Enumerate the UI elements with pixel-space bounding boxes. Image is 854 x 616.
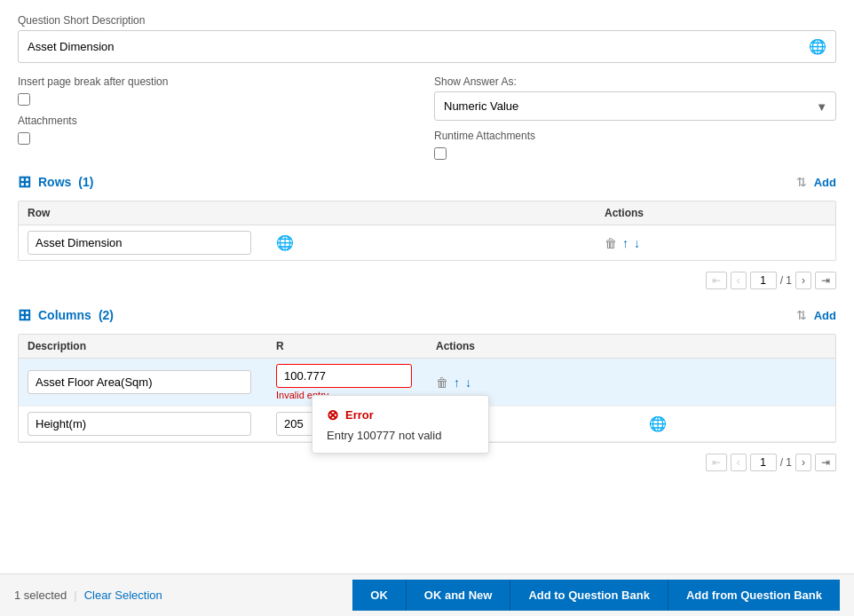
cols-row2-desc-input[interactable]	[28, 412, 251, 436]
runtime-attachments-checkbox[interactable]	[434, 147, 447, 160]
cols-prev-page-btn[interactable]: ‹	[731, 454, 747, 471]
columns-add-button[interactable]: Add	[814, 309, 836, 322]
cols-col-actions: Actions	[436, 340, 649, 352]
rows-pagination: ⇤ ‹ / 1 › ⇥	[18, 268, 836, 293]
cols-row1-desc-input[interactable]	[28, 370, 251, 394]
show-answer-as-select-wrapper: Numeric Value ▼	[434, 91, 836, 121]
error-tooltip-header: ⊗ Error	[327, 407, 474, 423]
selected-count: 1 selected	[14, 588, 67, 602]
main-container: Question Short Description 🌐 Insert page…	[0, 0, 854, 616]
rows-col-row: Row	[28, 207, 276, 219]
question-short-desc-label: Question Short Description	[18, 14, 836, 27]
cols-row1-delete-icon[interactable]: 🗑	[436, 375, 448, 390]
rows-table: Row Actions 🌐 🗑 ↑ ↓	[18, 201, 836, 261]
add-to-question-bank-button[interactable]: Add to Question Bank	[510, 580, 668, 611]
rows-delete-icon[interactable]: 🗑	[605, 236, 617, 250]
ok-and-new-button[interactable]: OK and New	[406, 580, 510, 611]
columns-section-actions: ⇅ Add	[796, 308, 836, 322]
insert-page-break-checkbox-row	[18, 93, 420, 106]
error-icon: ⊗	[327, 407, 338, 423]
columns-count: (2)	[99, 308, 114, 322]
rows-section-actions: ⇅ Add	[796, 175, 836, 189]
question-short-desc-input-wrapper: 🌐	[18, 30, 836, 63]
content-area: Question Short Description 🌐 Insert page…	[0, 0, 854, 573]
cols-row2-desc-cell	[28, 412, 276, 436]
rows-row-input-cell	[28, 231, 276, 255]
columns-table-header: Description R Actions	[19, 335, 835, 359]
ok-button[interactable]: OK	[352, 580, 406, 611]
rows-row-input[interactable]	[28, 231, 251, 255]
cols-row1-up-icon[interactable]: ↑	[454, 375, 460, 390]
cols-next-page-btn[interactable]: ›	[795, 454, 811, 471]
cols-row2-extra: 🌐	[649, 415, 826, 432]
two-col-row: Insert page break after question Attachm…	[18, 75, 836, 160]
rows-first-page-btn[interactable]: ⇤	[706, 272, 727, 289]
rows-section-header: ⊞ Rows (1) ⇅ Add	[18, 172, 836, 192]
footer: 1 selected | Clear Selection OK OK and N…	[0, 573, 854, 616]
attachments-checkbox[interactable]	[18, 132, 30, 145]
cols-row2-globe-icon[interactable]: 🌐	[649, 416, 667, 431]
globe-icon[interactable]: 🌐	[809, 38, 826, 55]
cols-row1-down-icon[interactable]: ↓	[465, 375, 471, 390]
cols-row1-actions-cell: 🗑 ↑ ↓	[436, 375, 649, 390]
rows-col-extra	[782, 207, 826, 219]
rows-table-header: Row Actions	[19, 201, 835, 225]
question-short-desc-input[interactable]	[28, 40, 809, 53]
cols-col-desc: Description	[28, 340, 276, 352]
show-answer-as-label: Show Answer As:	[434, 75, 836, 88]
rows-last-page-btn[interactable]: ⇥	[815, 272, 836, 289]
footer-left: 1 selected | Clear Selection	[14, 588, 162, 602]
error-title: Error	[345, 408, 374, 422]
columns-section-title: ⊞ Columns (2)	[18, 305, 114, 325]
insert-page-break-group: Insert page break after question Attachm…	[18, 75, 420, 160]
cols-page-total: / 1	[780, 456, 792, 469]
cols-col-extra	[649, 340, 826, 352]
columns-grid-icon: ⊞	[18, 305, 31, 325]
cols-row1-desc-cell	[28, 370, 276, 394]
rows-next-page-btn[interactable]: ›	[795, 272, 811, 289]
rows-col-actions: Actions	[605, 207, 782, 219]
rows-prev-page-btn[interactable]: ‹	[731, 272, 747, 289]
rows-page-total: / 1	[780, 274, 792, 287]
insert-page-break-checkbox[interactable]	[18, 93, 30, 106]
rows-down-icon[interactable]: ↓	[634, 236, 640, 250]
cols-first-page-btn[interactable]: ⇤	[706, 454, 727, 471]
cols-page-input[interactable]	[750, 454, 777, 471]
runtime-attachments-label: Runtime Attachments	[434, 130, 836, 142]
rows-section-title: ⊞ Rows (1)	[18, 172, 93, 192]
rows-count: (1)	[78, 175, 93, 189]
pipe-divider: |	[74, 588, 76, 602]
clear-selection-link[interactable]: Clear Selection	[84, 588, 162, 602]
rows-sort-icon[interactable]: ⇅	[796, 175, 807, 189]
rows-up-icon[interactable]: ↑	[622, 236, 629, 250]
rows-title-text: Rows	[38, 175, 71, 189]
cols-last-page-btn[interactable]: ⇥	[815, 454, 836, 471]
rows-actions-cell: 🗑 ↑ ↓	[605, 236, 782, 250]
show-answer-as-select[interactable]: Numeric Value	[434, 91, 836, 121]
attachments-checkbox-row	[18, 132, 420, 145]
attachments-label: Attachments	[18, 115, 420, 127]
rows-table-row: 🌐 🗑 ↑ ↓	[19, 225, 835, 260]
cols-row1-num-input[interactable]	[276, 364, 412, 388]
cols-col-r: R	[276, 340, 436, 352]
show-answer-as-group: Show Answer As: Numeric Value ▼ Runtime …	[434, 75, 836, 160]
columns-pagination: ⇤ ‹ / 1 › ⇥	[18, 450, 836, 475]
rows-grid-icon: ⊞	[18, 172, 31, 192]
rows-col-empty	[276, 207, 605, 219]
add-from-question-bank-button[interactable]: Add from Question Bank	[668, 580, 840, 611]
footer-buttons: OK OK and New Add to Question Bank Add f…	[352, 580, 840, 611]
rows-globe-cell: 🌐	[276, 234, 605, 251]
columns-sort-icon[interactable]: ⇅	[796, 308, 807, 322]
columns-section-header: ⊞ Columns (2) ⇅ Add	[18, 305, 836, 325]
columns-table: Description R Actions Invalid entry 🗑 ↑ …	[18, 334, 836, 443]
rows-globe-icon[interactable]: 🌐	[276, 235, 294, 250]
runtime-attachments-checkbox-row	[434, 147, 836, 160]
insert-page-break-label: Insert page break after question	[18, 75, 420, 88]
rows-add-button[interactable]: Add	[814, 176, 836, 189]
error-message: Entry 100777 not valid	[327, 429, 474, 442]
error-tooltip: ⊗ Error Entry 100777 not valid	[312, 395, 489, 454]
columns-title-text: Columns	[38, 308, 91, 322]
question-short-desc-group: Question Short Description 🌐	[18, 14, 836, 63]
rows-page-input[interactable]	[750, 272, 777, 289]
